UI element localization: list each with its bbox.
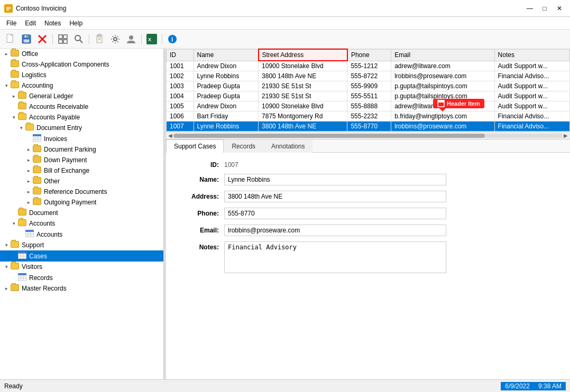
tree-expander-accounts[interactable]: ▾ [10,221,18,226]
scrollbar-track[interactable] [173,134,563,138]
tree-expander-office[interactable]: ▸ [2,51,11,57]
tree-expander-other[interactable]: ▸ [24,179,33,184]
tab-records[interactable]: Records [224,139,263,153]
tree-item-bill-of-exchange[interactable]: ▸Bill of Exchange [0,165,163,176]
menu-notes[interactable]: Notes [40,18,65,28]
tree-item-support[interactable]: ▾Support [0,240,163,250]
tree-icon-records [18,273,27,282]
tree-expander-accounts-payable[interactable]: ▾ [10,115,18,120]
tree-item-outgoing-payment[interactable]: ▸Outgoing Payment [0,197,163,208]
tree-item-master-records[interactable]: ▸Master Records [0,283,163,294]
tree-expander-document-entry[interactable]: ▾ [17,125,25,130]
tree-item-document-entry[interactable]: ▾Document Entry [0,123,163,133]
tree-expander-outgoing-payment[interactable]: ▸ [24,200,33,205]
search-button[interactable] [71,32,86,46]
tree-item-other[interactable]: ▸Other [0,176,163,186]
tab-support-cases[interactable]: Support Cases [166,139,224,153]
svg-rect-48 [18,273,26,275]
cell-email: lrobbins@proseware.com [391,71,494,81]
field-name: Name: [177,174,559,185]
notes-textarea[interactable] [224,241,446,273]
tree-label-cases: Cases [29,253,47,260]
close-button[interactable]: ✕ [553,3,566,14]
tree-item-logistics[interactable]: Logistics [0,70,163,80]
phone-input[interactable] [224,208,446,219]
tree-item-accounting[interactable]: ▾Accounting [0,80,163,91]
tree-expander-down-payment[interactable]: ▸ [24,157,33,163]
tree-item-reference-documents[interactable]: ▸Reference Documents [0,186,163,197]
new-button[interactable] [3,32,18,46]
grid-col-phone[interactable]: Phone [347,49,391,61]
scrollbar-thumb[interactable] [173,134,485,138]
tree-item-down-payment[interactable]: ▸Down Payment [0,155,163,165]
tree-expander-reference-documents[interactable]: ▸ [24,189,33,194]
info-button[interactable]: i [165,32,180,46]
grid-col-street-address[interactable]: Street Address [259,49,347,61]
menu-file[interactable]: File [2,18,21,28]
table-row[interactable]: 1003Pradeep Gupta21930 SE 51st St555-990… [167,81,570,91]
settings-button[interactable] [108,32,123,46]
table-row[interactable]: 1006Bart Friday7875 Montgomery Rd555-223… [167,111,570,122]
tree-item-invoices[interactable]: Invoices [0,133,163,144]
grid-col-name[interactable]: Name [194,49,259,61]
tree-expander-accounting[interactable]: ▾ [2,83,11,88]
tree-expander-bill-of-exchange[interactable]: ▸ [24,168,33,173]
minimize-button[interactable]: — [523,3,536,14]
tree-item-accounts[interactable]: ▾Accounts [0,218,163,229]
tree-item-cases[interactable]: Cases [0,250,163,262]
tree-item-accounts-payable[interactable]: ▾Accounts Payable [0,112,163,123]
tree-item-general-ledger[interactable]: ▸General Ledger [0,91,163,101]
email-input[interactable] [224,225,446,236]
excel-button[interactable]: X [144,32,159,46]
delete-button[interactable] [35,32,50,46]
tree-item-office[interactable]: ▸Office [0,49,163,59]
tree-item-accounts-sub[interactable]: Accounts [0,229,163,240]
horizontal-scrollbar[interactable]: ◀ ▶ [166,132,570,139]
svg-line-18 [80,40,82,43]
tree-item-records[interactable]: Records [0,272,163,283]
tree-expander-general-ledger[interactable]: ▸ [10,94,18,99]
grid-col-email[interactable]: Email [391,49,494,61]
tree-expander-master-records[interactable]: ▸ [2,286,11,291]
tab-annotations[interactable]: Annotations [263,139,312,153]
grid-col-id[interactable]: ID [167,49,194,61]
table-row[interactable]: 1005Andrew Dixon10900 Stonelake Blvd555-… [167,101,570,111]
tree-expander-document-parking[interactable]: ▸ [24,147,33,152]
svg-rect-20 [98,34,101,36]
cell-name: Pradeep Gupta [194,91,259,101]
menu-help[interactable]: Help [65,18,87,28]
tree-item-cross-app[interactable]: Cross-Application Components [0,59,163,70]
maximize-button[interactable]: □ [538,3,551,14]
tree-label-cross-app: Cross-Application Components [22,61,109,68]
name-input[interactable] [224,174,446,185]
save-button[interactable] [19,32,34,46]
tree-label-invoices: Invoices [44,135,67,143]
tree-item-document[interactable]: Document [0,208,163,218]
tree-label-support: Support [22,241,44,249]
cell-notes: Audit Support w... [494,101,569,111]
cell-notes: Audit Support w... [494,61,569,71]
clipboard-button[interactable] [92,32,107,46]
user-button[interactable] [124,32,139,46]
address-input[interactable] [224,191,446,202]
grid-button[interactable] [56,32,70,46]
tree-icon-accounts-receivable [18,102,27,111]
status-date: 6/9/2022 [501,382,534,390]
scroll-right-arrow[interactable]: ▶ [563,133,569,138]
tree-expander-visitors[interactable]: ▾ [2,264,11,269]
tree-icon-accounts-payable [18,113,27,122]
grid-scroll[interactable]: IDNameStreet AddressPhoneEmailNotes 1001… [166,49,570,132]
tree-item-visitors[interactable]: ▾Visitors [0,262,163,272]
tree-expander-support[interactable]: ▾ [2,242,11,248]
grid-col-notes[interactable]: Notes [494,49,569,61]
menu-edit[interactable]: Edit [21,18,40,28]
table-row[interactable]: 1002Lynne Robbins3800 148th Ave NE555-87… [167,71,570,81]
table-row[interactable]: 1004Pradeep Gupta21930 SE 51st St555-551… [167,91,570,101]
scroll-left-arrow[interactable]: ◀ [167,133,173,138]
tree-item-document-parking[interactable]: ▸Document Parking [0,144,163,155]
tree-icon-down-payment [33,156,42,164]
tree-icon-visitors [11,263,20,271]
tree-item-accounts-receivable[interactable]: Accounts Receivable [0,101,163,112]
table-row[interactable]: 1001Andrew Dixon10900 Stonelake Blvd555-… [167,61,570,71]
table-row[interactable]: 1007Lynne Robbins3800 148th Ave NE555-87… [167,122,570,132]
